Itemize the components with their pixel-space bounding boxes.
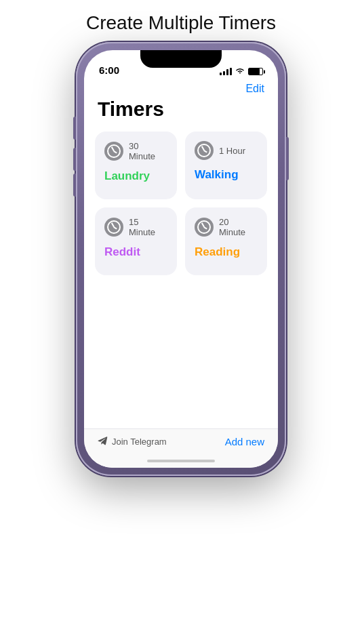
timer-duration: 1 Hour bbox=[219, 146, 245, 156]
timer-grid: 30 MinuteLaundry1 HourWalking15 MinuteRe… bbox=[84, 132, 278, 275]
clock-icon bbox=[104, 218, 123, 237]
timer-card-laundry[interactable]: 30 MinuteLaundry bbox=[95, 132, 177, 199]
timer-card-top: 20 Minute bbox=[195, 217, 258, 237]
timer-card-top: 1 Hour bbox=[195, 141, 258, 160]
status-time: 6:00 bbox=[99, 64, 119, 76]
timer-duration: 30 Minute bbox=[129, 141, 167, 161]
app-content: Edit Timers 30 MinuteLaundry1 HourWalkin… bbox=[84, 80, 278, 468]
phone-frame-wrapper: 6:00 bbox=[76, 42, 286, 476]
timer-card-top: 30 Minute bbox=[104, 141, 167, 161]
timer-card-reddit[interactable]: 15 MinuteReddit bbox=[95, 207, 177, 275]
page-heading: Create Multiple Timers bbox=[73, 0, 289, 42]
notch bbox=[140, 50, 222, 68]
app-header: Edit bbox=[84, 83, 278, 98]
app-title: Timers bbox=[84, 98, 278, 132]
timer-card-top: 15 Minute bbox=[104, 217, 167, 237]
home-bar bbox=[147, 460, 215, 462]
add-new-button[interactable]: Add new bbox=[225, 436, 264, 447]
timer-duration: 15 Minute bbox=[129, 217, 167, 237]
telegram-link[interactable]: Join Telegram bbox=[98, 437, 167, 447]
timer-name: Reddit bbox=[104, 245, 167, 259]
clock-icon bbox=[195, 141, 214, 160]
phone-screen: 6:00 bbox=[84, 50, 278, 468]
telegram-label: Join Telegram bbox=[112, 437, 167, 447]
timer-card-walking[interactable]: 1 HourWalking bbox=[185, 132, 267, 199]
bottom-bar: Join Telegram Add new bbox=[84, 428, 278, 454]
phone-frame: 6:00 bbox=[76, 42, 286, 476]
timer-name: Reading bbox=[195, 245, 258, 259]
clock-icon bbox=[104, 142, 123, 161]
timer-card-reading[interactable]: 20 MinuteReading bbox=[185, 207, 267, 275]
signal-bars-icon bbox=[220, 68, 232, 75]
timer-name: Laundry bbox=[104, 169, 167, 183]
edit-button[interactable]: Edit bbox=[245, 83, 264, 95]
telegram-icon bbox=[98, 437, 108, 447]
home-indicator bbox=[84, 454, 278, 468]
battery-icon bbox=[248, 68, 263, 75]
timer-duration: 20 Minute bbox=[219, 217, 258, 237]
wifi-icon bbox=[235, 67, 245, 76]
timer-name: Walking bbox=[195, 168, 258, 182]
clock-icon bbox=[195, 218, 214, 237]
status-icons bbox=[220, 67, 263, 76]
